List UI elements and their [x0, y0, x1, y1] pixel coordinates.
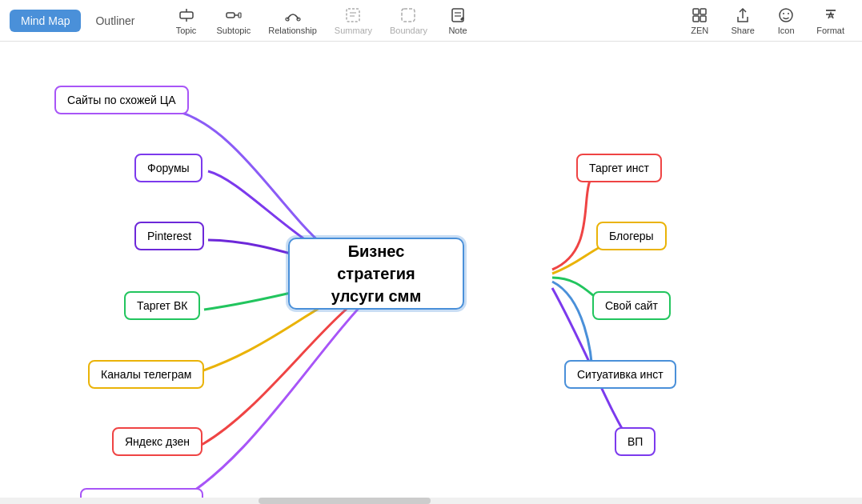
relationship-icon	[284, 6, 302, 24]
scrollbar-thumb[interactable]	[259, 498, 431, 504]
icon-label: Icon	[778, 26, 795, 35]
tab-outliner[interactable]: Outliner	[84, 10, 146, 32]
svg-rect-18	[700, 16, 706, 22]
tab-mindmap[interactable]: Mind Map	[10, 10, 81, 32]
svg-rect-5	[239, 13, 241, 18]
svg-rect-16	[700, 9, 706, 14]
node-svoy-sayt-text: Свой сайт	[605, 299, 658, 312]
svg-rect-3	[227, 13, 235, 18]
zen-icon	[691, 6, 708, 24]
note-icon	[449, 6, 467, 24]
format-icon	[822, 6, 840, 24]
boundary-icon	[399, 6, 417, 24]
topic-label: Topic	[176, 26, 197, 35]
node-blogers-text: Блогеры	[609, 230, 654, 242]
right-tools: ZEN Share Icon	[679, 3, 852, 38]
node-vp[interactable]: ВП	[615, 427, 656, 456]
node-svoy-sayt[interactable]: Свой сайт	[592, 291, 671, 320]
share-label: Share	[731, 26, 754, 35]
note-label: Note	[448, 26, 467, 35]
node-vp-text: ВП	[627, 435, 643, 448]
node-saity-text: Сайты по схожей ЦА	[67, 94, 176, 106]
node-situativka[interactable]: Ситуативка инст	[564, 360, 676, 389]
scrollbar-track	[0, 498, 862, 504]
node-yandex-dzen[interactable]: Яндекс дзен	[112, 427, 202, 456]
svg-point-20	[783, 13, 784, 14]
emoji-icon	[777, 6, 795, 24]
icon-button[interactable]: Icon	[765, 3, 807, 38]
subtopic-button[interactable]: Subtopic	[209, 3, 259, 38]
node-forums[interactable]: Форумы	[134, 154, 202, 182]
zen-button[interactable]: ZEN	[679, 3, 720, 38]
share-icon	[734, 6, 752, 24]
tab-group: Mind Map Outliner	[10, 10, 146, 32]
node-target-inst-text: Таргет инст	[589, 162, 649, 174]
boundary-label: Boundary	[390, 26, 427, 35]
format-label: Format	[816, 26, 844, 35]
relationship-label: Relationship	[268, 26, 317, 35]
subtopic-label: Subtopic	[217, 26, 251, 35]
svg-rect-17	[693, 16, 699, 22]
tool-group-main: Topic Subtopic Relationship	[166, 3, 479, 38]
node-kanaly[interactable]: Каналы телеграм	[88, 360, 204, 389]
node-situativka-text: Ситуативка инст	[577, 368, 664, 381]
node-yandex-dzen-text: Яндекс дзен	[125, 435, 190, 448]
center-node[interactable]: Бизнес стратегияулсуги смм	[288, 238, 464, 310]
toolbar: Mind Map Outliner Topic Subtopic	[0, 0, 862, 42]
node-target-inst[interactable]: Таргет инст	[576, 154, 662, 182]
subtopic-icon	[225, 6, 243, 24]
svg-point-21	[788, 13, 789, 14]
zen-label: ZEN	[691, 26, 708, 35]
summary-button[interactable]: Summary	[327, 3, 380, 38]
summary-label: Summary	[335, 26, 372, 35]
mindmap-canvas[interactable]: Бизнес стратегияулсуги смм Сайты по схож…	[0, 42, 862, 504]
summary-icon	[344, 6, 362, 24]
svg-rect-11	[402, 9, 415, 22]
center-node-text: Бизнес стратегияулсуги смм	[314, 240, 439, 307]
svg-rect-0	[180, 12, 193, 18]
format-button[interactable]: Format	[808, 3, 852, 38]
note-button[interactable]: Note	[437, 3, 479, 38]
topic-icon	[178, 6, 195, 24]
node-pinterest[interactable]: Pinterest	[134, 222, 204, 250]
svg-rect-15	[693, 9, 699, 14]
node-forums-text: Форумы	[147, 162, 190, 174]
svg-point-19	[780, 9, 792, 22]
node-targetvk-text: Таргет ВК	[137, 299, 187, 312]
relationship-button[interactable]: Relationship	[260, 3, 325, 38]
node-pinterest-text: Pinterest	[147, 230, 191, 242]
boundary-button[interactable]: Boundary	[382, 3, 435, 38]
topic-button[interactable]: Topic	[166, 3, 207, 38]
node-blogers[interactable]: Блогеры	[596, 222, 667, 250]
share-button[interactable]: Share	[722, 3, 764, 38]
svg-rect-8	[347, 9, 359, 22]
node-saity[interactable]: Сайты по схожей ЦА	[54, 86, 189, 114]
node-kanaly-text: Каналы телеграм	[101, 368, 191, 381]
node-targetvk[interactable]: Таргет ВК	[124, 291, 200, 320]
